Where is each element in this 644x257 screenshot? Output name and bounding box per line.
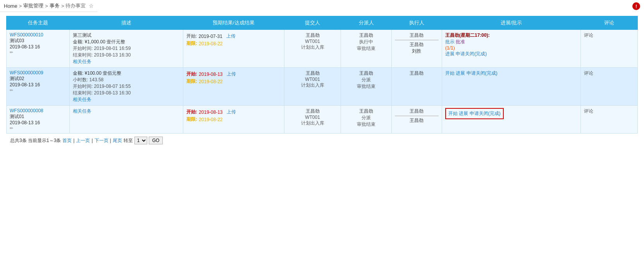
table-row: WFS000000008 测试01 2019-08-13 16 ✏ 相关任务 开… xyxy=(7,106,638,134)
progress-fraction-1: (1/1) xyxy=(445,45,455,51)
comment-link-2[interactable]: 评论 xyxy=(584,70,593,76)
assignee-status-3: 分派 xyxy=(344,115,388,121)
progress-person-1: 王昌劲(星期二17:00): xyxy=(445,33,490,38)
task-table: 任务主题 描述 预期结果/达成结果 提交人 分派人 执行人 进展/批示 评论 W… xyxy=(6,16,638,134)
dates-cell-1: 开始: 2019-07-31 上传 期限: 2019-08-22 xyxy=(183,30,284,68)
breadcrumb-sep1: > xyxy=(19,3,22,9)
edit-icon-3[interactable]: ✏ xyxy=(10,126,13,130)
edit-icon-1[interactable]: ✏ xyxy=(10,50,13,55)
breadcrumb-level2[interactable]: 事务 xyxy=(50,2,60,9)
comment-link-1[interactable]: 评论 xyxy=(584,33,593,38)
task-link-1[interactable]: WFS000000010 xyxy=(10,32,66,38)
progress-progress-2[interactable]: 进展 xyxy=(456,70,465,76)
task-cell-2: WFS000000009 测试02 2019-08-13 16 ✏ xyxy=(7,68,70,106)
upload-link-3[interactable]: 上传 xyxy=(227,109,236,115)
progress-link-start[interactable]: 进展 xyxy=(445,51,455,57)
progress-cell-2: 开始 进展 申请关闭(完成) xyxy=(442,68,580,106)
assignee-status-1: 执行中 xyxy=(344,39,388,45)
assignee-end-2: 审批结束 xyxy=(344,83,388,90)
assignee-cell-2: 王昌劲 分派 审批结束 xyxy=(341,68,391,106)
related-link-3[interactable]: 相关任务 xyxy=(73,108,91,114)
start-date-1: 2019-07-31 xyxy=(198,34,222,39)
task-name-1: 测试03 xyxy=(10,38,24,43)
pagination-prev[interactable]: 上一页 xyxy=(76,137,90,144)
assignee-status-2: 分派 xyxy=(344,77,388,83)
error-badge: ! xyxy=(632,2,640,10)
comment-cell-3: 评论 xyxy=(581,106,638,134)
desc-cell-1: 第三测试 金额: ¥1,000.00 壹仟元整 开始时间: 2019-08-01… xyxy=(69,30,183,68)
top-bar: Home > 审批管理 > 事务 > 待办事宜 ☆ ! xyxy=(0,0,644,12)
favorite-icon[interactable]: ☆ xyxy=(89,3,94,9)
assignee-name-2: 王昌劲 xyxy=(344,70,388,77)
deadline-label-3: 期限: xyxy=(186,116,197,123)
progress-start-3[interactable]: 开始 xyxy=(448,111,458,116)
executor2-3: 王昌劲 xyxy=(395,117,439,124)
executor-cell-2: 王昌劲 xyxy=(391,68,442,106)
desc-cell-2: 金额: ¥100.00 壹佰元整 小时数: 143.58 开始时间: 2019-… xyxy=(69,68,183,106)
related-link-1[interactable]: 相关任务 xyxy=(73,59,91,64)
page-select[interactable]: 1 xyxy=(134,137,147,144)
table-row: WFS000000010 测试03 2019-08-13 16 ✏ 第三测试 金… xyxy=(7,30,638,68)
related-link-2[interactable]: 相关任务 xyxy=(73,97,91,102)
breadcrumb-home[interactable]: Home xyxy=(4,3,17,9)
comment-cell-1: 评论 xyxy=(581,30,638,68)
table-header-row: 任务主题 描述 预期结果/达成结果 提交人 分派人 执行人 进展/批示 评论 xyxy=(7,16,638,30)
desc-start-1: 开始时间: 2019-08-01 16:59 xyxy=(73,45,180,52)
submitter-name-2: 王昌劲 xyxy=(288,70,338,77)
breadcrumb-sep3: > xyxy=(61,3,64,9)
dates-cell-3: 开始: 2019-08-13 上传 期限: 2019-08-22 xyxy=(183,106,284,134)
start-label-3: 开始: xyxy=(186,109,197,115)
breadcrumb-sep2: > xyxy=(45,3,48,9)
executor1-3: 王昌劲 xyxy=(395,108,439,115)
th-executor: 执行人 xyxy=(391,16,442,30)
deadline-date-3: 2019-08-22 xyxy=(199,117,222,122)
progress-close-1: 进展 申请关闭(完成) xyxy=(445,51,487,57)
pagination-next[interactable]: 下一页 xyxy=(95,137,108,144)
progress-start-2[interactable]: 开始 xyxy=(445,70,455,76)
desc-end-1: 结束时间: 2019-08-13 16:30 xyxy=(73,52,180,58)
submitter-wt-2: WT001 xyxy=(288,77,338,82)
desc-cell-3: 相关任务 xyxy=(69,106,183,134)
progress-link-close[interactable]: 申请关闭(完成) xyxy=(456,51,487,57)
task-date-2: 2019-08-13 16 xyxy=(10,82,40,87)
go-button[interactable]: GO xyxy=(149,137,163,144)
assignee-cell-1: 王昌劲 执行中 审批结束 xyxy=(341,30,391,68)
breadcrumb-level1[interactable]: 审批管理 xyxy=(23,2,43,9)
th-progress: 进展/批示 xyxy=(442,16,580,30)
breadcrumb-current: 待办事宜 xyxy=(65,2,86,9)
deadline-label-2: 期限: xyxy=(186,78,197,85)
edit-icon-2[interactable]: ✏ xyxy=(10,88,13,93)
comment-link-3[interactable]: 评论 xyxy=(584,108,593,114)
progress-close-2[interactable]: 申请关闭(完成) xyxy=(467,70,498,76)
task-link-2[interactable]: WFS000000009 xyxy=(10,70,66,75)
progress-action2-1[interactable]: 批准 xyxy=(456,39,465,45)
submitter-action-3: 计划出入库 xyxy=(288,120,338,127)
task-name-2: 测试02 xyxy=(10,76,24,81)
pagination-last[interactable]: 尾页 xyxy=(113,137,122,144)
upload-link-2[interactable]: 上传 xyxy=(227,71,236,77)
desc-line1-1: 第三测试 xyxy=(73,32,180,39)
desc-start-2: 开始时间: 2019-08-07 16:55 xyxy=(73,83,180,90)
task-date-1: 2019-08-13 16 xyxy=(10,44,40,50)
progress-cell-3: 开始 进展 申请关闭(完成) xyxy=(442,106,580,134)
pagination-sep1: | xyxy=(73,138,74,143)
pagination-goto-label: 转至 xyxy=(124,137,133,144)
executor2-1: 王昌劲 xyxy=(395,41,439,48)
breadcrumb: Home > 审批管理 > 事务 > 待办事宜 ☆ xyxy=(0,0,98,12)
progress-close-3[interactable]: 申请关闭(完成) xyxy=(470,111,501,116)
progress-progress-3[interactable]: 进展 xyxy=(459,111,468,116)
dates-cell-2: 开始: 2019-08-13 上传 期限: 2019-08-22 xyxy=(183,68,284,106)
pagination-bar: 总共3条 当前显示1～3条 首页 | 上一页 | 下一页 | 尾页 转至 1 G… xyxy=(6,134,638,147)
assignee-end-1: 审批结束 xyxy=(344,45,388,52)
desc-amount-1: 金额: ¥1,000.00 壹仟元整 xyxy=(73,39,180,45)
submitter-cell-1: 王昌劲 WT001 计划出入库 xyxy=(284,30,341,68)
task-link-3[interactable]: WFS000000008 xyxy=(10,108,66,113)
progress-bordered-3: 开始 进展 申请关闭(完成) xyxy=(445,108,504,119)
start-label-2: 开始: xyxy=(186,71,197,77)
submitter-wt-1: WT001 xyxy=(288,39,338,44)
progress-action1-1[interactable]: 批示 xyxy=(445,39,455,45)
upload-link-1[interactable]: 上传 xyxy=(226,33,236,39)
executor1-1: 王昌劲 xyxy=(395,32,439,39)
pagination-first[interactable]: 首页 xyxy=(62,137,72,144)
deadline-label-1: 期限: xyxy=(186,40,197,47)
